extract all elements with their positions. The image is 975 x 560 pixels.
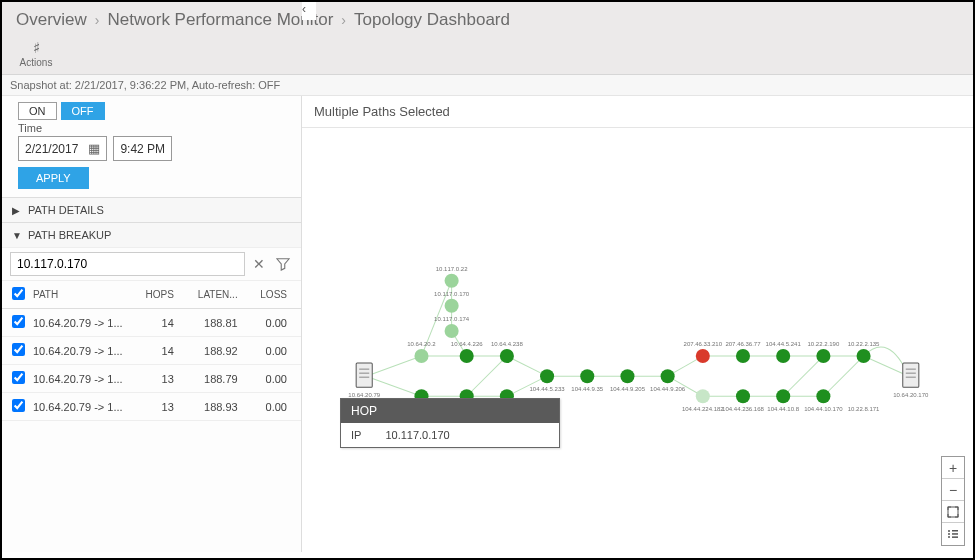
date-input[interactable]: 2/21/2017 ▦ — [18, 136, 107, 161]
time-label: Time — [18, 122, 301, 134]
col-path[interactable]: PATH — [29, 281, 137, 309]
layer-list-button[interactable] — [942, 523, 964, 545]
svg-text:104.44.9.35: 104.44.9.35 — [571, 386, 603, 392]
cell-latency: 188.93 — [188, 393, 252, 421]
svg-point-32 — [620, 369, 634, 383]
cell-hops: 13 — [137, 393, 188, 421]
svg-point-60 — [948, 536, 950, 538]
svg-point-44 — [776, 349, 790, 363]
svg-text:10.64.20.170: 10.64.20.170 — [893, 392, 929, 398]
cell-path: 10.64.20.79 -> 1... — [29, 337, 137, 365]
calendar-icon: ▦ — [88, 141, 100, 156]
svg-point-42 — [736, 389, 750, 403]
time-value: 9:42 PM — [120, 142, 165, 156]
cell-path: 10.64.20.79 -> 1... — [29, 365, 137, 393]
actions-label: Actions — [20, 57, 53, 68]
svg-text:10.117.0.170: 10.117.0.170 — [434, 291, 470, 297]
svg-text:104.44.236.168: 104.44.236.168 — [722, 406, 764, 412]
svg-text:10.64.4.226: 10.64.4.226 — [451, 341, 483, 347]
svg-point-37 — [696, 389, 710, 403]
svg-point-58 — [948, 533, 950, 535]
svg-text:207.46.36.77: 207.46.36.77 — [725, 341, 761, 347]
svg-text:207.46.33.210: 207.46.33.210 — [684, 341, 723, 347]
svg-point-34 — [661, 369, 675, 383]
snapshot-status: Snapshot at: 2/21/2017, 9:36:22 PM, Auto… — [2, 75, 973, 96]
time-input[interactable]: 9:42 PM — [113, 136, 172, 161]
svg-point-48 — [816, 349, 830, 363]
svg-text:10.22.2.190: 10.22.2.190 — [807, 341, 839, 347]
svg-point-40 — [736, 349, 750, 363]
svg-point-30 — [580, 369, 594, 383]
svg-point-52 — [857, 349, 871, 363]
breadcrumb-topology[interactable]: Topology Dashboard — [354, 10, 510, 30]
filter-icon[interactable] — [273, 254, 293, 274]
svg-text:10.22.8.171: 10.22.8.171 — [848, 406, 880, 412]
svg-text:104.44.5.241: 104.44.5.241 — [766, 341, 802, 347]
row-checkbox[interactable] — [12, 399, 25, 412]
svg-text:10.117.0.174: 10.117.0.174 — [434, 316, 470, 322]
filter-input[interactable] — [10, 252, 245, 276]
row-checkbox[interactable] — [12, 343, 25, 356]
topology-canvas[interactable]: Multiple Paths Selected — [302, 96, 973, 552]
svg-rect-0 — [356, 363, 372, 387]
svg-text:104.44.10.170: 104.44.10.170 — [804, 406, 843, 412]
zoom-fit-button[interactable] — [942, 501, 964, 523]
cell-latency: 188.92 — [188, 337, 252, 365]
svg-text:104.44.9.205: 104.44.9.205 — [610, 386, 646, 392]
select-all-checkbox[interactable] — [12, 287, 25, 300]
svg-text:10.64.20.2: 10.64.20.2 — [407, 341, 436, 347]
section-path-details[interactable]: ▶ PATH DETAILS — [2, 197, 301, 222]
breadcrumb-npm[interactable]: Network Performance Monitor — [108, 10, 334, 30]
actions-button[interactable]: ♯ Actions — [16, 40, 56, 68]
svg-point-14 — [445, 324, 459, 338]
svg-text:104.44.5.233: 104.44.5.233 — [530, 386, 566, 392]
autorefresh-on-toggle[interactable]: ON — [18, 102, 57, 120]
svg-rect-59 — [952, 533, 958, 535]
autorefresh-off-toggle[interactable]: OFF — [61, 102, 105, 120]
table-row[interactable]: 10.64.20.79 -> 1...13188.790.00 — [2, 365, 301, 393]
svg-point-20 — [460, 349, 474, 363]
svg-text:104.44.10.8: 104.44.10.8 — [767, 406, 799, 412]
tooltip-title: HOP — [341, 399, 559, 423]
cell-hops: 14 — [137, 337, 188, 365]
cell-loss: 0.00 — [252, 309, 301, 337]
table-row[interactable]: 10.64.20.79 -> 1...14188.920.00 — [2, 337, 301, 365]
svg-point-56 — [948, 530, 950, 532]
cell-loss: 0.00 — [252, 365, 301, 393]
cell-latency: 188.79 — [188, 365, 252, 393]
col-latency[interactable]: LATEN... — [188, 281, 252, 309]
svg-text:104.44.224.182: 104.44.224.182 — [682, 406, 724, 412]
canvas-title: Multiple Paths Selected — [302, 96, 973, 128]
cell-latency: 188.81 — [188, 309, 252, 337]
col-hops[interactable]: HOPS — [137, 281, 188, 309]
svg-text:104.44.9.206: 104.44.9.206 — [650, 386, 686, 392]
caret-down-icon: ▼ — [12, 230, 22, 241]
breadcrumb-overview[interactable]: Overview — [16, 10, 87, 30]
chevron-right-icon: › — [341, 12, 346, 28]
collapse-left-icon[interactable]: ‹ — [302, 2, 316, 20]
clear-icon[interactable]: ✕ — [249, 254, 269, 274]
col-loss[interactable]: LOSS — [252, 281, 301, 309]
section-path-breakup[interactable]: ▼ PATH BREAKUP — [2, 222, 301, 247]
cell-loss: 0.00 — [252, 393, 301, 421]
svg-text:10.117.0.22: 10.117.0.22 — [436, 266, 468, 272]
row-checkbox[interactable] — [12, 315, 25, 328]
date-value: 2/21/2017 — [25, 142, 78, 156]
svg-text:10.64.4.238: 10.64.4.238 — [491, 341, 523, 347]
paths-table: PATH HOPS LATEN... LOSS 10.64.20.79 -> 1… — [2, 281, 301, 421]
svg-point-36 — [696, 349, 710, 363]
cell-path: 10.64.20.79 -> 1... — [29, 393, 137, 421]
table-row[interactable]: 10.64.20.79 -> 1...14188.810.00 — [2, 309, 301, 337]
svg-point-50 — [816, 389, 830, 403]
path-details-label: PATH DETAILS — [28, 204, 104, 216]
svg-point-12 — [445, 299, 459, 313]
svg-rect-5 — [903, 363, 919, 387]
chevron-right-icon: › — [95, 12, 100, 28]
left-panel: ON OFF Time 2/21/2017 ▦ 9:42 PM APPLY ▶ … — [2, 96, 302, 552]
svg-rect-61 — [952, 536, 958, 538]
zoom-in-button[interactable]: + — [942, 457, 964, 479]
zoom-out-button[interactable]: − — [942, 479, 964, 501]
table-row[interactable]: 10.64.20.79 -> 1...13188.930.00 — [2, 393, 301, 421]
apply-button[interactable]: APPLY — [18, 167, 89, 189]
row-checkbox[interactable] — [12, 371, 25, 384]
